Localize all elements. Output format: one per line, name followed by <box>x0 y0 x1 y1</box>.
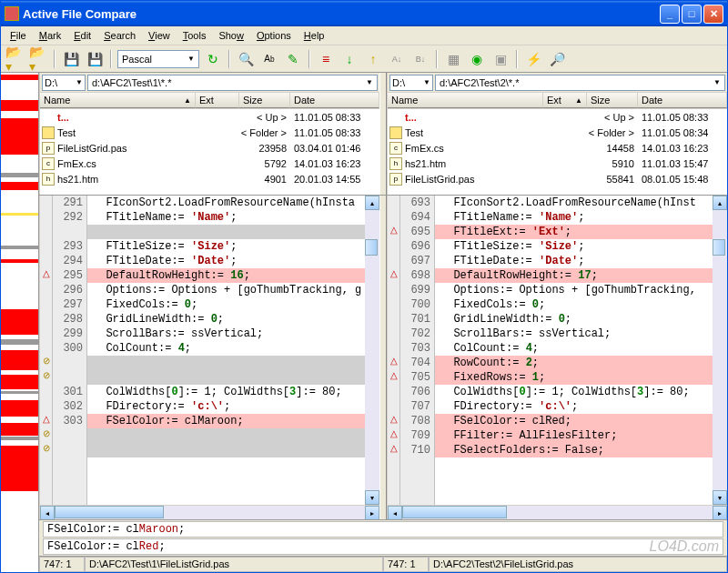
code-line[interactable]: FTitleSize:= 'Size'; <box>87 239 365 254</box>
code-line[interactable]: GridLineWidth:= 0; <box>87 312 365 327</box>
code-line[interactable]: ColWidths[0]:= 1; ColWidths[3]:= 80; <box>87 385 365 399</box>
code-line[interactable]: FIconSort2.LoadFromResourceName(hInsta <box>87 196 365 210</box>
left-drive-combo[interactable]: D:\▼ <box>42 75 86 91</box>
preview-button[interactable]: 🔎 <box>547 49 567 69</box>
code-line[interactable]: RowCount:= 2; <box>435 356 713 370</box>
code-line[interactable]: ScrollBars:= ssVertical; <box>87 327 365 341</box>
code-line[interactable]: FIconSort2.LoadFromResourceName(hInst <box>435 196 713 210</box>
save-all-button[interactable]: 💾 <box>85 49 105 69</box>
left-path-combo[interactable]: d:\AFC2\Test\1\*.*▼ <box>87 75 378 91</box>
sync-button[interactable]: ◉ <box>467 49 487 69</box>
file-row[interactable]: t...< Up >11.01.05 08:33 <box>388 109 727 125</box>
right-col-ext[interactable]: Ext▲ <box>543 93 587 108</box>
prev-diff-button[interactable]: ↑ <box>363 49 383 69</box>
maximize-button[interactable]: □ <box>682 5 702 24</box>
menu-options[interactable]: Options <box>251 28 297 43</box>
code-line[interactable]: FFilter:= AllFilesFilter; <box>435 428 713 443</box>
code-line[interactable]: FTitleName:= 'Name'; <box>87 210 365 225</box>
left-col-ext[interactable]: Ext <box>196 93 239 108</box>
code-line[interactable]: DefaultRowHeight:= 16; <box>87 268 365 283</box>
code-line[interactable]: Options:= Options + [goThumbTracking, <box>435 283 713 297</box>
code-line[interactable]: FTitleExt:= 'Ext'; <box>435 225 713 239</box>
menu-view[interactable]: View <box>143 28 176 43</box>
menu-edit[interactable]: Edit <box>68 28 96 43</box>
code-line[interactable]: FDirectory:= 'c:\'; <box>435 399 713 414</box>
file-row[interactable]: t...< Up >11.01.05 08:33 <box>40 109 379 125</box>
code-line[interactable]: FixedCols:= 0; <box>435 297 713 312</box>
syntax-combo[interactable]: Pascal▼ <box>117 50 199 68</box>
left-col-date[interactable]: Date <box>290 93 379 108</box>
right-hscroll[interactable]: ◂▸ <box>388 505 727 519</box>
menu-search[interactable]: Search <box>98 28 141 43</box>
code-line[interactable]: FixedRows:= 1; <box>435 370 713 385</box>
edit-button[interactable]: ✎ <box>283 49 303 69</box>
titlebar[interactable]: Active File Compare _ □ ✕ <box>1 1 727 26</box>
menu-file[interactable]: File <box>5 28 32 43</box>
file-row[interactable]: Test< Folder >11.01.05 08:34 <box>388 125 727 140</box>
file-row[interactable]: hhs21.htm591011.01.03 15:47 <box>388 156 727 171</box>
options-button[interactable]: ▣ <box>490 49 511 69</box>
right-path-combo[interactable]: d:\AFC2\Test\2\*.*▼ <box>435 75 725 91</box>
code-line[interactable]: FDirectory:= 'c:\'; <box>87 399 365 414</box>
compare-button[interactable]: ≡ <box>316 49 336 69</box>
code-line[interactable]: DefaultRowHeight:= 17; <box>435 268 713 283</box>
copy-right-button[interactable]: B↓ <box>410 49 430 69</box>
left-code[interactable]: FIconSort2.LoadFromResourceName(hInsta F… <box>87 196 365 505</box>
code-line[interactable] <box>87 443 365 457</box>
code-line[interactable]: FixedCols:= 0; <box>87 297 365 312</box>
menu-mark[interactable]: Mark <box>34 28 66 43</box>
file-splitter[interactable] <box>379 73 387 195</box>
file-row[interactable]: cFmEx.cs1445814.01.03 16:23 <box>388 140 727 156</box>
left-hscroll[interactable]: ◂▸ <box>40 505 379 519</box>
code-line[interactable]: ColCount:= 4; <box>435 341 713 356</box>
close-button[interactable]: ✕ <box>703 5 723 24</box>
right-col-name[interactable]: Name <box>388 93 543 108</box>
copy-left-button[interactable]: A↓ <box>387 49 407 69</box>
minimize-button[interactable]: _ <box>660 5 680 24</box>
code-line[interactable]: ScrollBars:= ssVertical; <box>435 327 713 341</box>
menu-show[interactable]: Show <box>213 28 249 43</box>
code-line[interactable]: GridLineWidth:= 0; <box>435 312 713 327</box>
save-button[interactable]: 💾 <box>61 49 81 69</box>
code-line[interactable]: Options:= Options + [goThumbTracking, g <box>87 283 365 297</box>
left-col-name[interactable]: Name▲ <box>40 93 196 108</box>
code-line[interactable]: FTitleDate:= 'Date'; <box>87 254 365 268</box>
file-row[interactable]: pFileListGrid.pas2395803.04.01 01:46 <box>40 140 379 156</box>
refresh-button[interactable]: ↻ <box>203 49 223 69</box>
code-line[interactable]: FSelColor:= clRed; <box>435 414 713 428</box>
auto-button[interactable]: ⚡ <box>523 49 543 69</box>
left-col-size[interactable]: Size <box>239 93 290 108</box>
find-button[interactable]: 🔍 <box>236 49 256 69</box>
code-line[interactable] <box>87 356 365 370</box>
code-line[interactable]: FTitleName:= 'Name'; <box>435 210 713 225</box>
right-col-size[interactable]: Size <box>587 93 638 108</box>
code-line[interactable]: FTitleDate:= 'Date'; <box>435 254 713 268</box>
right-vscroll[interactable]: ▴▾ <box>713 196 727 505</box>
file-row[interactable]: hhs21.htm490120.01.03 14:55 <box>40 171 379 186</box>
report-button[interactable]: ▦ <box>443 49 463 69</box>
find-next-button[interactable]: Ab <box>259 49 279 69</box>
open-right-button[interactable]: 📂▾ <box>28 49 48 69</box>
code-line[interactable] <box>87 428 365 443</box>
file-row[interactable]: Test< Folder >11.01.05 08:33 <box>40 125 379 140</box>
left-vscroll[interactable]: ▴▾ <box>365 196 379 505</box>
next-diff-button[interactable]: ↓ <box>339 49 359 69</box>
code-line[interactable]: ColWidths[0]:= 1; ColWidths[3]:= 80; <box>435 385 713 399</box>
right-code[interactable]: FIconSort2.LoadFromResourceName(hInst FT… <box>435 196 713 505</box>
left-file-list[interactable]: t...< Up >11.01.05 08:33Test< Folder >11… <box>40 109 379 195</box>
code-line[interactable] <box>87 370 365 385</box>
code-line[interactable]: ColCount:= 4; <box>87 341 365 356</box>
menu-tools[interactable]: Tools <box>177 28 212 43</box>
file-row[interactable]: pFileListGrid.pas5584108.01.05 15:48 <box>388 171 727 186</box>
right-col-date[interactable]: Date <box>638 93 727 108</box>
open-left-button[interactable]: 📂▾ <box>5 49 25 69</box>
overview-strip[interactable] <box>1 73 39 572</box>
code-line[interactable]: FSelColor:= clMaroon; <box>87 414 365 428</box>
file-row[interactable]: cFmEx.cs579214.01.03 16:23 <box>40 156 379 171</box>
code-line[interactable]: FSelectFolders:= False; <box>435 443 713 457</box>
code-line[interactable] <box>87 225 365 239</box>
right-file-list[interactable]: t...< Up >11.01.05 08:33Test< Folder >11… <box>388 109 727 195</box>
right-drive-combo[interactable]: D:\▼ <box>389 75 433 91</box>
code-splitter[interactable] <box>379 196 387 519</box>
code-line[interactable]: FTitleSize:= 'Size'; <box>435 239 713 254</box>
